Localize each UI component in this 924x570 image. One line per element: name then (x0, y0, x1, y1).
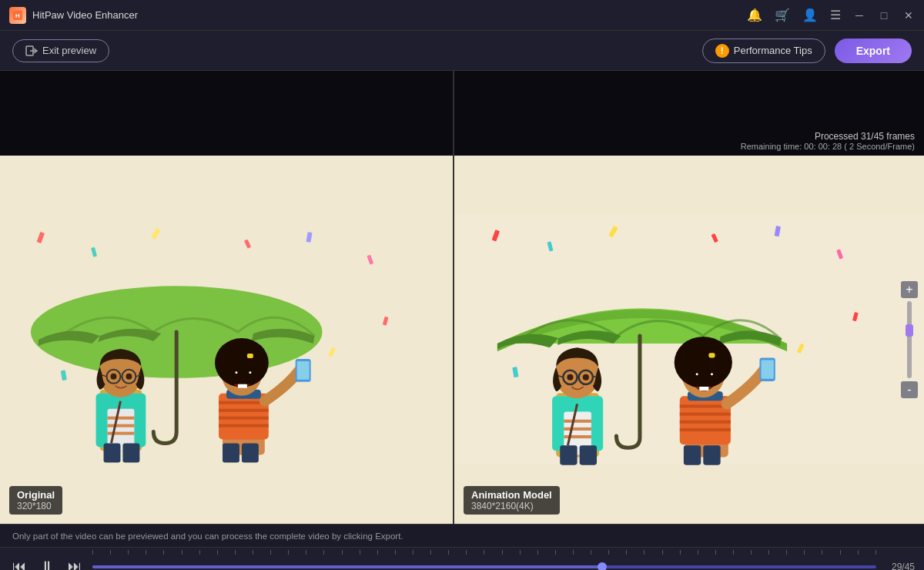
svg-rect-88 (762, 360, 774, 378)
svg-rect-65 (564, 428, 591, 431)
exit-icon (25, 45, 38, 57)
svg-rect-42 (297, 361, 310, 380)
svg-rect-50 (238, 384, 247, 388)
svg-point-44 (215, 338, 269, 387)
maximize-button[interactable]: □ (878, 9, 890, 22)
title-bar: H HitPaw Video Enhancer 🔔 🛒 👤 ☰ ─ □ ✕ (0, 0, 924, 31)
cart-icon[interactable]: 🛒 (775, 8, 790, 22)
warning-icon: ! (715, 44, 729, 58)
svg-rect-39 (223, 444, 239, 463)
svg-rect-37 (219, 424, 269, 428)
svg-point-75 (567, 374, 573, 381)
bell-icon[interactable]: 🔔 (747, 8, 762, 22)
zoom-slider-track[interactable] (907, 301, 912, 378)
info-bar-text: Only part of the video can be previewed … (12, 531, 403, 541)
svg-rect-85 (684, 445, 701, 464)
info-bar: Only part of the video can be previewed … (0, 524, 924, 547)
svg-rect-68 (580, 445, 597, 464)
right-video-frame: Animation Model 3840*2160(4K) + - (454, 156, 924, 524)
left-panel: Original 320*180 (0, 71, 454, 524)
svg-point-49 (249, 371, 251, 374)
user-icon[interactable]: 👤 (802, 8, 818, 22)
svg-point-48 (235, 371, 237, 374)
remaining-time-text: Remaining time: 00: 00: 28 ( 2 Second/Fr… (741, 142, 915, 151)
performance-tips-label: Performance Tips (734, 45, 812, 56)
left-label-title: Original (17, 489, 55, 501)
processing-info: Processed 31/45 frames Remaining time: 0… (741, 131, 915, 151)
svg-rect-22 (122, 444, 139, 463)
svg-point-90 (675, 337, 732, 388)
svg-point-93 (707, 372, 715, 380)
svg-rect-35 (219, 409, 269, 412)
left-label-resolution: 320*180 (17, 501, 55, 511)
right-label-resolution: 3840*2160(4K) (471, 501, 552, 511)
title-bar-right: 🔔 🛒 👤 ☰ ─ □ ✕ (747, 8, 915, 22)
svg-text:H: H (15, 12, 20, 19)
svg-point-94 (696, 373, 698, 375)
svg-point-76 (583, 374, 589, 381)
left-label: Original 320*180 (9, 486, 62, 515)
right-label-title: Animation Model (471, 489, 552, 501)
svg-rect-81 (680, 413, 731, 416)
right-label: Animation Model 3840*2160(4K) (464, 486, 560, 515)
timeline-thumb[interactable] (598, 562, 607, 571)
svg-rect-91 (708, 353, 715, 357)
right-video-scene (454, 156, 924, 524)
svg-point-95 (711, 373, 713, 375)
timeline-progress (92, 565, 602, 568)
title-bar-left: H HitPaw Video Enhancer (9, 7, 138, 24)
control-bar: ⏮ ⏸ ⏭ // Generate tick marks dynamically… (0, 547, 924, 570)
toolbar-right: ! Performance Tips Export (702, 39, 912, 63)
left-top-black-area (0, 71, 453, 156)
frame-counter: 29/45 (884, 562, 915, 571)
svg-rect-83 (680, 428, 731, 431)
processed-frames-text: Processed 31/45 frames (741, 131, 915, 142)
svg-rect-18 (108, 417, 135, 420)
timeline-container[interactable]: // Generate tick marks dynamically const… (92, 559, 876, 571)
svg-rect-82 (680, 421, 731, 424)
app-title: HitPaw Video Enhancer (32, 9, 138, 21)
left-video-frame: Original 320*180 (0, 156, 453, 524)
minimize-button[interactable]: ─ (853, 9, 865, 22)
exit-preview-label: Exit preview (42, 45, 96, 56)
left-video-scene (0, 156, 453, 524)
svg-point-46 (232, 370, 239, 378)
step-forward-button[interactable]: ⏭ (65, 557, 85, 570)
toolbar: Exit preview ! Performance Tips Export (0, 31, 924, 71)
svg-point-30 (126, 374, 132, 380)
svg-rect-66 (564, 435, 591, 438)
close-button[interactable]: ✕ (902, 9, 915, 22)
svg-rect-67 (560, 445, 577, 464)
svg-rect-86 (703, 445, 720, 464)
timeline-ticks: // Generate tick marks dynamically const… (92, 550, 876, 555)
left-scene-svg (0, 156, 453, 524)
svg-rect-40 (242, 444, 259, 463)
zoom-out-button[interactable]: - (901, 381, 918, 398)
zoom-in-button[interactable]: + (901, 281, 918, 298)
right-panel: Processed 31/45 frames Remaining time: 0… (454, 71, 924, 524)
zoom-controls: + - (901, 281, 918, 398)
export-button[interactable]: Export (835, 39, 912, 63)
svg-point-92 (692, 372, 700, 380)
performance-tips-button[interactable]: ! Performance Tips (702, 39, 825, 63)
timeline-track[interactable] (92, 565, 876, 568)
svg-point-47 (246, 370, 253, 378)
app-logo: H (9, 7, 26, 24)
svg-point-29 (111, 374, 117, 380)
svg-rect-36 (219, 417, 269, 420)
svg-rect-21 (104, 444, 121, 463)
svg-rect-45 (247, 354, 253, 358)
menu-icon[interactable]: ☰ (830, 8, 841, 22)
svg-rect-64 (564, 420, 591, 423)
pause-button[interactable]: ⏸ (37, 557, 57, 570)
export-label: Export (856, 45, 890, 57)
svg-rect-20 (108, 432, 135, 435)
svg-rect-96 (699, 387, 708, 391)
step-back-button[interactable]: ⏮ (9, 557, 29, 570)
svg-rect-19 (108, 424, 135, 428)
main-content: Original 320*180 Processed 31/45 frames … (0, 71, 924, 524)
right-top-black-area: Processed 31/45 frames Remaining time: 0… (454, 71, 924, 156)
exit-preview-button[interactable]: Exit preview (12, 39, 109, 62)
right-scene-svg (454, 156, 924, 524)
zoom-slider-thumb[interactable] (906, 324, 913, 337)
